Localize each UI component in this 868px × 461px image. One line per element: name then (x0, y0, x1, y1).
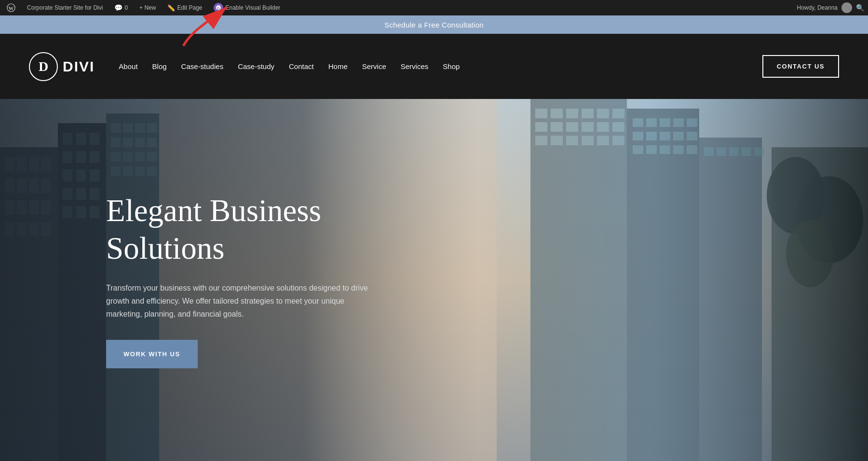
nav-case-studies[interactable]: Case-studies (181, 62, 224, 70)
hero-section: Elegant Business Solutions Transform you… (0, 99, 868, 461)
nav-home[interactable]: Home (328, 62, 348, 70)
new-item[interactable]: + New (136, 0, 159, 15)
notification-bar: Schedule a Free Consultation (0, 15, 868, 34)
nav-blog[interactable]: Blog (152, 62, 167, 70)
nav-service[interactable]: Service (362, 62, 386, 70)
admin-bar-right: Howdy, Deanna 🔍 (797, 2, 865, 13)
nav-contact[interactable]: Contact (289, 62, 314, 70)
wp-logo[interactable]: W (4, 0, 18, 15)
edit-page-item[interactable]: ✏️ Edit Page (164, 0, 205, 15)
nav-shop[interactable]: Shop (443, 62, 460, 70)
nav-services[interactable]: Services (401, 62, 429, 70)
logo-text: DIVI (63, 58, 95, 75)
hero-content: Elegant Business Solutions Transform you… (0, 192, 376, 369)
contact-us-button[interactable]: CONTACT US (762, 55, 839, 78)
svg-text:D: D (217, 6, 220, 11)
svg-text:W: W (9, 5, 14, 11)
comments-icon-item[interactable]: 💬 0 (111, 0, 131, 15)
logo-circle: D (29, 52, 58, 81)
site-header: D DIVI About Blog Case-studies Case-stud… (0, 34, 868, 99)
hero-subtitle: Transform your business with our compreh… (106, 281, 376, 321)
comment-icon: 💬 (114, 4, 122, 12)
work-with-us-button[interactable]: WORK WITH US (106, 340, 198, 368)
enable-visual-builder-item[interactable]: D Enable Visual Builder (211, 0, 283, 15)
avatar (841, 2, 852, 13)
nav-about[interactable]: About (119, 62, 137, 70)
visual-builder-icon: D (214, 3, 223, 13)
main-nav: About Blog Case-studies Case-study Conta… (119, 62, 762, 70)
hero-title: Elegant Business Solutions (106, 192, 376, 267)
site-title[interactable]: Corporate Starter Site for Divi (24, 0, 106, 15)
search-icon[interactable]: 🔍 (856, 4, 864, 12)
logo[interactable]: D DIVI (29, 52, 95, 81)
edit-icon: ✏️ (167, 4, 175, 12)
nav-case-study[interactable]: Case-study (238, 62, 274, 70)
wp-admin-bar: W Corporate Starter Site for Divi 💬 0 + … (0, 0, 868, 15)
